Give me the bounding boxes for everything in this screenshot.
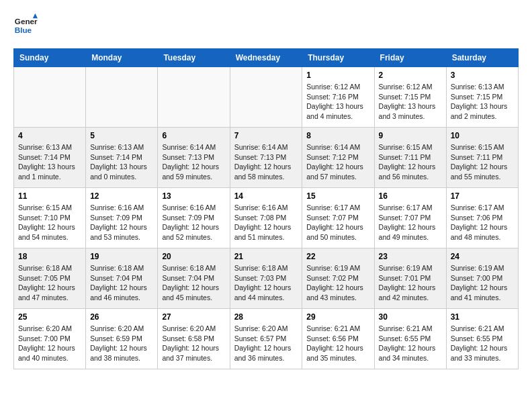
calendar-cell: 27Sunrise: 6:20 AM Sunset: 6:58 PM Dayli… [158, 309, 230, 369]
day-number: 5 [90, 131, 153, 140]
day-number: 4 [18, 131, 81, 140]
day-number: 28 [234, 312, 298, 322]
calendar-table: SundayMondayTuesdayWednesdayThursdayFrid… [13, 48, 519, 369]
col-header-sunday: Sunday [14, 49, 86, 67]
calendar-cell: 4Sunrise: 6:13 AM Sunset: 7:14 PM Daylig… [14, 128, 86, 188]
day-number: 19 [90, 252, 153, 261]
calendar-cell: 2Sunrise: 6:12 AM Sunset: 7:15 PM Daylig… [374, 67, 446, 128]
calendar-cell: 30Sunrise: 6:21 AM Sunset: 6:55 PM Dayli… [374, 309, 446, 369]
calendar-cell: 9Sunrise: 6:15 AM Sunset: 7:11 PM Daylig… [374, 128, 446, 188]
calendar-cell: 12Sunrise: 6:16 AM Sunset: 7:09 PM Dayli… [86, 188, 158, 248]
week-row-4: 18Sunrise: 6:18 AM Sunset: 7:05 PM Dayli… [14, 248, 519, 309]
calendar-cell: 11Sunrise: 6:15 AM Sunset: 7:10 PM Dayli… [14, 188, 86, 248]
day-number: 23 [379, 252, 442, 261]
day-info: Sunrise: 6:14 AM Sunset: 7:13 PM Dayligh… [162, 142, 225, 182]
calendar-cell: 28Sunrise: 6:20 AM Sunset: 6:57 PM Dayli… [230, 309, 302, 369]
col-header-thursday: Thursday [302, 49, 374, 67]
calendar-cell: 29Sunrise: 6:21 AM Sunset: 6:56 PM Dayli… [302, 309, 374, 369]
day-number: 6 [162, 131, 225, 140]
day-number: 13 [162, 191, 225, 201]
day-number: 22 [306, 252, 369, 261]
day-info: Sunrise: 6:12 AM Sunset: 7:15 PM Dayligh… [379, 82, 442, 122]
calendar-cell: 24Sunrise: 6:19 AM Sunset: 7:00 PM Dayli… [446, 248, 518, 309]
calendar-cell: 19Sunrise: 6:18 AM Sunset: 7:04 PM Dayli… [86, 248, 158, 309]
day-info: Sunrise: 6:19 AM Sunset: 7:00 PM Dayligh… [451, 263, 514, 303]
calendar-cell: 1Sunrise: 6:12 AM Sunset: 7:16 PM Daylig… [302, 67, 374, 128]
day-info: Sunrise: 6:17 AM Sunset: 7:06 PM Dayligh… [451, 203, 514, 242]
day-number: 11 [18, 191, 81, 201]
day-number: 20 [162, 252, 225, 261]
day-number: 31 [451, 312, 514, 322]
day-number: 15 [306, 191, 369, 201]
calendar-cell: 23Sunrise: 6:19 AM Sunset: 7:01 PM Dayli… [374, 248, 446, 309]
col-header-friday: Friday [374, 49, 446, 67]
day-info: Sunrise: 6:12 AM Sunset: 7:16 PM Dayligh… [306, 82, 369, 122]
day-info: Sunrise: 6:19 AM Sunset: 7:02 PM Dayligh… [306, 263, 369, 303]
day-number: 8 [306, 131, 369, 140]
day-info: Sunrise: 6:14 AM Sunset: 7:13 PM Dayligh… [234, 142, 298, 182]
day-info: Sunrise: 6:13 AM Sunset: 7:15 PM Dayligh… [451, 82, 514, 122]
calendar-header-row: SundayMondayTuesdayWednesdayThursdayFrid… [14, 49, 519, 67]
calendar-cell: 21Sunrise: 6:18 AM Sunset: 7:03 PM Dayli… [230, 248, 302, 309]
day-number: 1 [306, 71, 369, 80]
day-info: Sunrise: 6:21 AM Sunset: 6:55 PM Dayligh… [451, 324, 514, 363]
day-info: Sunrise: 6:20 AM Sunset: 6:58 PM Dayligh… [162, 324, 225, 363]
week-row-1: 1Sunrise: 6:12 AM Sunset: 7:16 PM Daylig… [14, 67, 519, 128]
day-info: Sunrise: 6:18 AM Sunset: 7:04 PM Dayligh… [162, 263, 225, 303]
calendar-cell: 15Sunrise: 6:17 AM Sunset: 7:07 PM Dayli… [302, 188, 374, 248]
day-info: Sunrise: 6:18 AM Sunset: 7:03 PM Dayligh… [234, 263, 298, 303]
calendar-cell: 17Sunrise: 6:17 AM Sunset: 7:06 PM Dayli… [446, 188, 518, 248]
calendar-cell: 6Sunrise: 6:14 AM Sunset: 7:13 PM Daylig… [158, 128, 230, 188]
calendar-cell: 20Sunrise: 6:18 AM Sunset: 7:04 PM Dayli… [158, 248, 230, 309]
calendar-cell: 13Sunrise: 6:16 AM Sunset: 7:09 PM Dayli… [158, 188, 230, 248]
day-number: 7 [234, 131, 298, 140]
col-header-wednesday: Wednesday [230, 49, 302, 67]
day-number: 17 [451, 191, 514, 201]
day-info: Sunrise: 6:15 AM Sunset: 7:11 PM Dayligh… [379, 142, 442, 182]
day-info: Sunrise: 6:17 AM Sunset: 7:07 PM Dayligh… [379, 203, 442, 242]
day-number: 27 [162, 312, 225, 322]
calendar-cell: 31Sunrise: 6:21 AM Sunset: 6:55 PM Dayli… [446, 309, 518, 369]
calendar-cell [158, 67, 230, 128]
day-number: 10 [451, 131, 514, 140]
logo: General Blue [13, 13, 40, 38]
logo-icon: General Blue [13, 13, 38, 38]
svg-marker-2 [33, 13, 38, 18]
day-info: Sunrise: 6:18 AM Sunset: 7:05 PM Dayligh… [18, 263, 81, 303]
col-header-tuesday: Tuesday [158, 49, 230, 67]
day-info: Sunrise: 6:20 AM Sunset: 6:57 PM Dayligh… [234, 324, 298, 363]
day-info: Sunrise: 6:13 AM Sunset: 7:14 PM Dayligh… [90, 142, 153, 182]
day-number: 25 [18, 312, 81, 322]
day-number: 21 [234, 252, 298, 261]
day-info: Sunrise: 6:21 AM Sunset: 6:56 PM Dayligh… [306, 324, 369, 363]
day-info: Sunrise: 6:21 AM Sunset: 6:55 PM Dayligh… [379, 324, 442, 363]
day-number: 26 [90, 312, 153, 322]
day-info: Sunrise: 6:14 AM Sunset: 7:12 PM Dayligh… [306, 142, 369, 182]
day-info: Sunrise: 6:16 AM Sunset: 7:09 PM Dayligh… [162, 203, 225, 242]
week-row-5: 25Sunrise: 6:20 AM Sunset: 7:00 PM Dayli… [14, 309, 519, 369]
calendar-cell [86, 67, 158, 128]
svg-text:Blue: Blue [15, 26, 32, 34]
day-number: 30 [379, 312, 442, 322]
col-header-monday: Monday [86, 49, 158, 67]
day-info: Sunrise: 6:13 AM Sunset: 7:14 PM Dayligh… [18, 142, 81, 182]
col-header-saturday: Saturday [446, 49, 518, 67]
calendar-cell: 8Sunrise: 6:14 AM Sunset: 7:12 PM Daylig… [302, 128, 374, 188]
day-info: Sunrise: 6:16 AM Sunset: 7:08 PM Dayligh… [234, 203, 298, 242]
calendar-cell: 26Sunrise: 6:20 AM Sunset: 6:59 PM Dayli… [86, 309, 158, 369]
day-number: 16 [379, 191, 442, 201]
calendar-cell: 18Sunrise: 6:18 AM Sunset: 7:05 PM Dayli… [14, 248, 86, 309]
day-number: 24 [451, 252, 514, 261]
day-info: Sunrise: 6:17 AM Sunset: 7:07 PM Dayligh… [306, 203, 369, 242]
calendar-cell: 10Sunrise: 6:15 AM Sunset: 7:11 PM Dayli… [446, 128, 518, 188]
calendar-cell: 16Sunrise: 6:17 AM Sunset: 7:07 PM Dayli… [374, 188, 446, 248]
day-info: Sunrise: 6:16 AM Sunset: 7:09 PM Dayligh… [90, 203, 153, 242]
day-number: 3 [451, 71, 514, 80]
day-info: Sunrise: 6:20 AM Sunset: 6:59 PM Dayligh… [90, 324, 153, 363]
page-header: General Blue [13, 13, 519, 38]
calendar-cell: 5Sunrise: 6:13 AM Sunset: 7:14 PM Daylig… [86, 128, 158, 188]
day-number: 12 [90, 191, 153, 201]
day-number: 9 [379, 131, 442, 140]
calendar-cell: 25Sunrise: 6:20 AM Sunset: 7:00 PM Dayli… [14, 309, 86, 369]
calendar-cell: 3Sunrise: 6:13 AM Sunset: 7:15 PM Daylig… [446, 67, 518, 128]
